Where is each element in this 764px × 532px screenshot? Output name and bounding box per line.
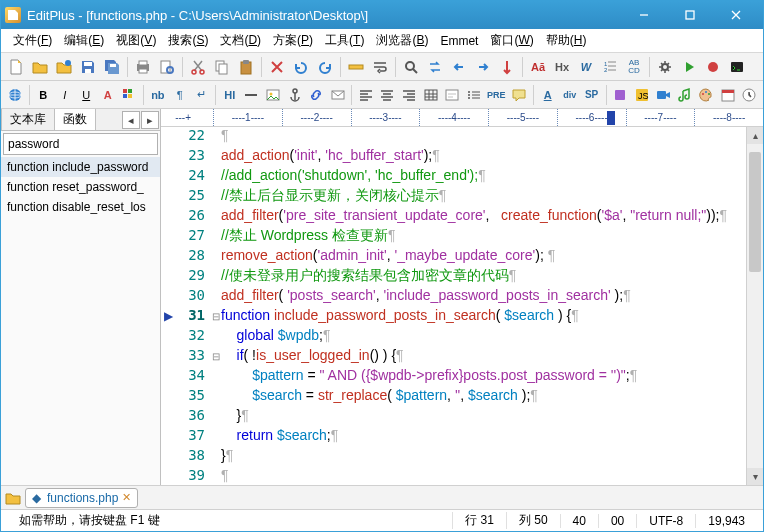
new-file-icon[interactable] [5,56,27,78]
italic-icon[interactable]: I [55,84,75,106]
save-icon[interactable] [77,56,99,78]
open-remote-icon[interactable] [53,56,75,78]
paste-icon[interactable] [235,56,257,78]
object-icon[interactable] [611,84,631,106]
code-line[interactable]: 22¶ [161,127,746,147]
wrap-w-icon[interactable]: W [575,56,597,78]
abcd-icon[interactable]: AB CD [623,56,645,78]
mail-icon[interactable] [328,84,348,106]
code-line[interactable]: 32 global $wpdb;¶ [161,327,746,347]
code-line[interactable]: 29//使未登录用户的搜索结果包含加密文章的代码¶ [161,267,746,287]
undo-icon[interactable] [290,56,312,78]
form-icon[interactable] [442,84,462,106]
sidebar-tab-cliptext[interactable]: 文本库 [1,109,55,130]
hr-icon[interactable] [242,84,262,106]
menu-P[interactable]: 方案(P) [267,29,319,52]
function-list-item[interactable]: function reset_password_ [1,177,160,197]
find-prev-icon[interactable] [448,56,470,78]
hex-icon[interactable]: Hx [551,56,573,78]
find-icon[interactable] [400,56,422,78]
code-line[interactable]: 37 return $search;¶ [161,427,746,447]
font-a-icon[interactable]: Aā [527,56,549,78]
minimize-button[interactable] [621,2,667,28]
cut-icon[interactable] [187,56,209,78]
menu-W[interactable]: 窗口(W) [484,29,539,52]
heading-icon[interactable]: HI [220,84,240,106]
close-button[interactable] [713,2,759,28]
code-view[interactable]: 22¶23add_action('init', 'hc_buffer_start… [161,127,746,485]
save-all-icon[interactable] [101,56,123,78]
code-line[interactable]: 34 $pattern = " AND ({$wpdb->prefix}post… [161,367,746,387]
list-ul-icon[interactable] [464,84,484,106]
function-list-item[interactable]: function include_password [1,157,160,177]
align-right-icon[interactable] [399,84,419,106]
code-line[interactable]: 39¶ [161,467,746,485]
code-line[interactable]: 24//add_action('shutdown', 'hc_buffer_en… [161,167,746,187]
align-left-icon[interactable] [356,84,376,106]
menu-H[interactable]: 帮助(H) [540,29,593,52]
scroll-thumb[interactable] [749,152,761,272]
terminal-icon[interactable] [726,56,748,78]
menu-B[interactable]: 浏览器(B) [370,29,434,52]
print-preview-icon[interactable] [156,56,178,78]
menu-E[interactable]: 编辑(E) [58,29,110,52]
align-center-icon[interactable] [378,84,398,106]
code-line[interactable]: 27//禁止 Wordpress 检查更新¶ [161,227,746,247]
a-tag-icon[interactable]: A [538,84,558,106]
browser-icon[interactable] [5,84,25,106]
goto-line-icon[interactable] [496,56,518,78]
code-line[interactable]: 25//禁止后台显示更新，关闭核心提示¶ [161,187,746,207]
ruler-icon[interactable] [345,56,367,78]
script-icon[interactable]: JS [632,84,652,106]
pre-icon[interactable]: PRE [485,84,507,106]
menu-S[interactable]: 搜索(S) [162,29,214,52]
code-line[interactable]: 33⊟ if( !is_user_logged_in() ) {¶ [161,347,746,367]
delete-icon[interactable] [266,56,288,78]
span-icon[interactable]: SP [582,84,602,106]
code-line[interactable]: 23add_action('init', 'hc_buffer_start');… [161,147,746,167]
code-line[interactable]: 38}¶ [161,447,746,467]
vertical-scrollbar[interactable]: ▴ ▾ [746,127,763,485]
wordwrap-icon[interactable] [369,56,391,78]
audio-icon[interactable] [675,84,695,106]
font-color-icon[interactable]: A [98,84,118,106]
palette-icon[interactable] [697,84,717,106]
scroll-down-icon[interactable]: ▾ [747,468,763,485]
menu-F[interactable]: 文件(F) [7,29,58,52]
image-icon[interactable] [263,84,283,106]
menu-V[interactable]: 视图(V) [110,29,162,52]
code-line[interactable]: 30add_filter( 'posts_search', 'include_p… [161,287,746,307]
play-icon[interactable] [678,56,700,78]
scroll-up-icon[interactable]: ▴ [747,127,763,144]
menu-T[interactable]: 工具(T) [319,29,370,52]
menu-D[interactable]: 文档(D) [214,29,267,52]
scroll-track[interactable] [747,144,763,468]
code-line[interactable]: 36 }¶ [161,407,746,427]
settings-icon[interactable] [654,56,676,78]
code-line[interactable]: 26add_filter('pre_site_transient_update_… [161,207,746,227]
ruler[interactable]: ---+ ----1--------2--------3--------4---… [161,109,763,127]
file-tab[interactable]: ◆ functions.php ✕ [25,488,138,508]
code-line[interactable]: ▶31⊟function include_password_posts_in_s… [161,307,746,327]
maximize-button[interactable] [667,2,713,28]
copy-icon[interactable] [211,56,233,78]
code-line[interactable]: 35 $search = str_replace( $pattern, '', … [161,387,746,407]
bold-icon[interactable]: B [33,84,53,106]
div-icon[interactable]: div [560,84,580,106]
close-tab-icon[interactable]: ✕ [122,491,131,504]
color-picker-icon[interactable] [119,84,139,106]
sidebar-tab-next-icon[interactable]: ▸ [141,111,159,129]
table-icon[interactable] [421,84,441,106]
video-icon[interactable] [654,84,674,106]
date-icon[interactable] [718,84,738,106]
sidebar-tab-functions[interactable]: 函数 [54,109,96,130]
code-line[interactable]: 28remove_action('admin_init', '_maybe_up… [161,247,746,267]
underline-icon[interactable]: U [76,84,96,106]
record-icon[interactable] [702,56,724,78]
sidebar-tab-prev-icon[interactable]: ◂ [122,111,140,129]
print-icon[interactable] [132,56,154,78]
redo-icon[interactable] [314,56,336,78]
find-next-icon[interactable] [472,56,494,78]
link-icon[interactable] [306,84,326,106]
function-list-item[interactable]: function disable_reset_los [1,197,160,217]
